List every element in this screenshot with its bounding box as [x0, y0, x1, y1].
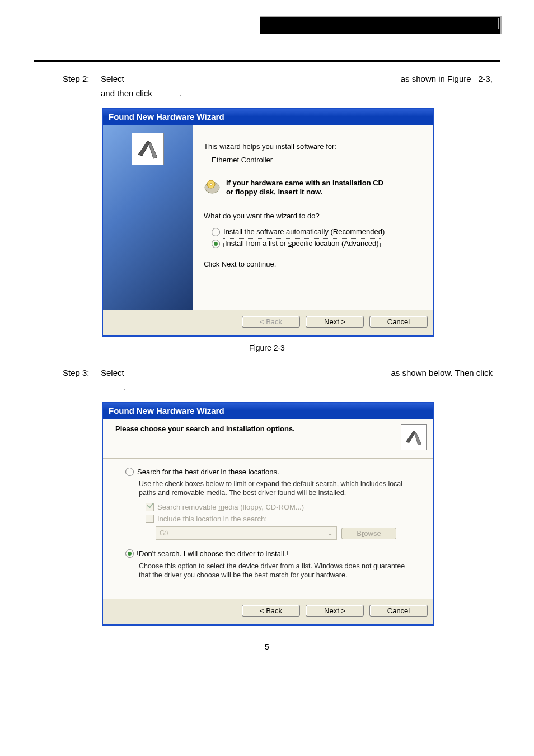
- radio-search-label: Search for the best driver in these loca…: [137, 468, 279, 476]
- dialog1-buttons: < Back Next > Cancel: [103, 310, 433, 335]
- dialog1-titlebar: Found New Hardware Wizard: [103, 109, 433, 125]
- dialog2-titlebar: Found New Hardware Wizard: [103, 403, 433, 419]
- dialog2-heading: Please choose your search and installati…: [115, 424, 295, 433]
- figure-2-3-caption: Figure 2-3: [34, 343, 500, 352]
- dialog1-sidebar: [103, 125, 193, 310]
- radio-list[interactable]: [212, 240, 220, 248]
- cd-hint: If your hardware came with an installati…: [204, 179, 422, 197]
- wizard-icon: [401, 424, 427, 450]
- step-2-select: Select: [101, 72, 124, 86]
- found-new-hardware-wizard-2: Found New Hardware Wizard Please choose …: [102, 402, 434, 626]
- step-3: Step 3: Select as shown below. Then clic…: [63, 366, 500, 395]
- dialog2-header: Please choose your search and installati…: [103, 419, 433, 459]
- step-2: Step 2: Select as shown in Figure 2-3, a…: [63, 72, 500, 101]
- dialog1-intro: This wizard helps you install software f…: [204, 142, 422, 152]
- radio-dontsearch-label: Don't search. I will choose the driver t…: [137, 549, 288, 558]
- dialog1-content: This wizard helps you install software f…: [193, 125, 433, 310]
- radio-dontsearch[interactable]: [125, 549, 134, 558]
- step-3-dot: .: [123, 380, 500, 395]
- svg-point-2: [210, 183, 212, 185]
- location-path-input[interactable]: G:\ ⌄: [156, 526, 337, 540]
- dialog2-buttons: < Back Next > Cancel: [103, 599, 433, 624]
- step-2-dot: .: [179, 88, 181, 98]
- step-3-label: Step 3:: [63, 366, 96, 380]
- radio-list-label: Install from a list or specific location…: [223, 238, 381, 249]
- continue-hint: Click Next to continue.: [204, 259, 422, 269]
- radio-auto[interactable]: [212, 228, 220, 236]
- dialog1-device: Ethernet Controller: [212, 155, 422, 165]
- header-underline: [34, 60, 500, 62]
- checkbox-removable-media[interactable]: [146, 503, 154, 511]
- step-2-figref: 2-3,: [478, 74, 493, 83]
- dialog2-body: Search for the best driver in these loca…: [103, 459, 433, 599]
- back-button[interactable]: < Back: [242, 316, 300, 328]
- header-black-strip: [260, 16, 502, 34]
- next-button[interactable]: Next >: [306, 316, 364, 328]
- checkbox-include-label: Include this location in the search:: [157, 515, 267, 523]
- checkbox-include-location[interactable]: [146, 515, 154, 523]
- cd-icon: [204, 179, 221, 195]
- radio-search-desc: Use the check boxes below to limit or ex…: [139, 479, 418, 497]
- checkbox-removable-label: Search removable media (floppy, CD-ROM..…: [157, 503, 304, 511]
- chevron-down-icon: ⌄: [327, 529, 333, 537]
- radio-auto-label: Install the software automatically (Reco…: [223, 227, 385, 237]
- step-3-select: Select: [101, 366, 124, 380]
- cd-text-2: or floppy disk, insert it now.: [226, 188, 383, 197]
- browse-button[interactable]: Browse: [341, 528, 396, 539]
- radio-search[interactable]: [125, 468, 134, 476]
- next-button[interactable]: Next >: [306, 605, 364, 617]
- step-2-line2a: and then click: [101, 88, 152, 98]
- cancel-button[interactable]: Cancel: [369, 316, 428, 328]
- location-path-value: G:\: [160, 529, 168, 537]
- wizard-icon: [132, 133, 164, 165]
- wizard-question: What do you want the wizard to do?: [204, 211, 422, 221]
- found-new-hardware-wizard-1: Found New Hardware Wizard This wizard he…: [102, 108, 434, 337]
- page-number: 5: [34, 642, 500, 651]
- cancel-button[interactable]: Cancel: [369, 605, 428, 617]
- step-2-shown: as shown in Figure: [401, 74, 471, 83]
- back-button[interactable]: < Back: [242, 605, 300, 617]
- cd-text-1: If your hardware came with an installati…: [226, 179, 383, 188]
- radio-dontsearch-desc: Choose this option to select the device …: [139, 562, 418, 580]
- step-2-label: Step 2:: [63, 72, 96, 86]
- step-3-shown: as shown below. Then click: [391, 366, 493, 380]
